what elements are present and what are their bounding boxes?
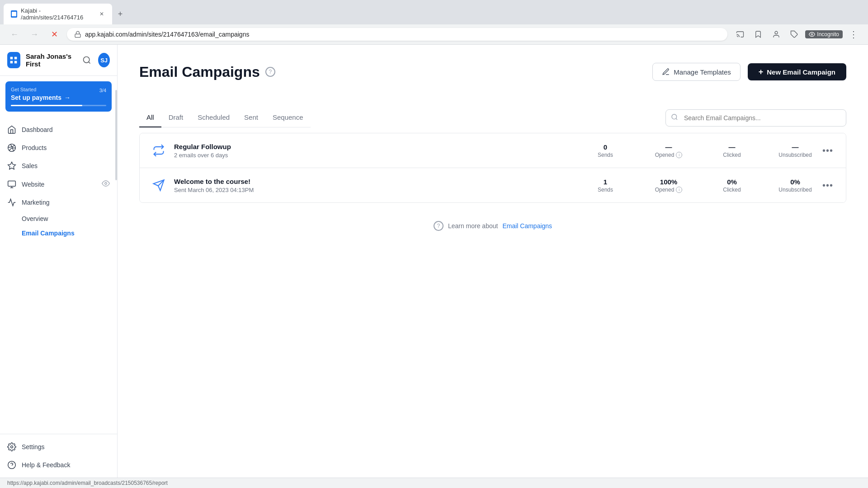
address-bar[interactable]: app.kajabi.com/admin/sites/2147647163/em…: [67, 28, 727, 41]
dashboard-label: Dashboard: [22, 126, 110, 133]
campaign-menu-button[interactable]: •••: [821, 143, 835, 158]
new-campaign-button[interactable]: + New Email Campaign: [748, 63, 846, 80]
footer-help-icon: ?: [434, 221, 443, 231]
stat-unsubscribed: 0% Unsubscribed: [777, 178, 813, 193]
search-input[interactable]: [665, 109, 846, 127]
sidebar-sub-email-campaigns[interactable]: Email Campaigns: [0, 226, 117, 240]
lock-icon: [74, 31, 81, 38]
clicked-value: 0%: [714, 178, 750, 186]
get-started-progress-fill: [11, 105, 82, 106]
header-actions: Manage Templates + New Email Campaign: [652, 63, 846, 81]
reload-button[interactable]: ✕: [47, 27, 61, 42]
campaign-info: Regular Followup 2 emails over 6 days: [174, 143, 587, 159]
stat-opened: — Opened i: [651, 143, 687, 158]
tab-title: Kajabi - /admin/sites/214764716: [21, 7, 95, 21]
email-campaigns-label: Email Campaigns: [22, 230, 75, 237]
menu-icon[interactable]: ⋮: [846, 27, 861, 42]
forward-button[interactable]: →: [27, 27, 42, 42]
search-icon: [671, 113, 678, 122]
cast-icon[interactable]: [733, 27, 747, 42]
marketing-icon: [7, 198, 16, 207]
clicked-label: Clicked: [714, 152, 750, 158]
search-button[interactable]: [81, 53, 93, 67]
campaign-stats: 1 Sends 100% Opened i 0% Click: [587, 178, 813, 193]
page-help-icon[interactable]: ?: [265, 67, 275, 77]
footer-link[interactable]: Email Campaigns: [502, 222, 552, 230]
extensions-icon[interactable]: [787, 27, 802, 42]
svg-line-17: [676, 118, 677, 120]
status-url: https://app.kajabi.com/admin/email_broad…: [7, 480, 168, 486]
sidebar-item-products[interactable]: Products: [0, 139, 117, 157]
sidebar-sub-overview[interactable]: Overview: [0, 211, 117, 226]
svg-point-2: [775, 31, 778, 34]
tab-sequence[interactable]: Sequence: [265, 108, 311, 127]
opened-info-icon[interactable]: i: [676, 152, 682, 158]
campaign-menu-button[interactable]: •••: [821, 178, 835, 192]
overview-label: Overview: [22, 215, 48, 222]
brand-name: Sarah Jonas's First: [26, 52, 76, 68]
svg-line-6: [89, 62, 90, 64]
footer-text: Learn more about: [448, 222, 498, 230]
svg-rect-9: [8, 181, 16, 186]
marketing-label: Marketing: [22, 199, 110, 206]
back-button[interactable]: ←: [7, 27, 22, 42]
opened-info-icon[interactable]: i: [676, 187, 682, 193]
page-title: Email Campaigns: [139, 64, 260, 80]
svg-point-4: [811, 33, 813, 35]
opened-value: —: [651, 143, 687, 151]
unsubscribed-value: 0%: [777, 178, 813, 186]
sidebar-item-dashboard[interactable]: Dashboard: [0, 121, 117, 139]
user-avatar[interactable]: SJ: [98, 53, 110, 67]
sidebar-item-help[interactable]: Help & Feedback: [0, 456, 117, 474]
campaign-item[interactable]: Regular Followup 2 emails over 6 days 0 …: [140, 133, 846, 168]
campaign-item[interactable]: Welcome to the course! Sent March 06, 20…: [140, 168, 846, 202]
sidebar-scrollbar[interactable]: [115, 45, 117, 478]
sends-label: Sends: [587, 187, 623, 193]
opened-label: Opened i: [651, 152, 687, 158]
sidebar-item-settings[interactable]: Settings: [0, 438, 117, 456]
url-text: app.kajabi.com/admin/sites/2147647163/em…: [85, 31, 720, 38]
search-bar: [665, 109, 846, 127]
campaign-stats: 0 Sends — Opened i — Clicked: [587, 143, 813, 158]
stat-sends: 1 Sends: [587, 178, 623, 193]
products-label: Products: [22, 144, 110, 151]
sidebar-item-website[interactable]: Website: [0, 175, 117, 193]
manage-templates-button[interactable]: Manage Templates: [652, 63, 740, 81]
campaign-name: Welcome to the course!: [174, 178, 587, 185]
page-header: Email Campaigns ? Manage Templates + New…: [139, 63, 846, 81]
sidebar-bottom: Settings Help & Feedback: [0, 434, 117, 478]
tab-close-btn[interactable]: ✕: [99, 10, 105, 18]
sends-label: Sends: [587, 152, 623, 158]
sidebar-item-marketing[interactable]: Marketing: [0, 193, 117, 211]
svg-marker-8: [8, 162, 16, 169]
get-started-label: Get Started: [11, 87, 36, 92]
tab-draft[interactable]: Draft: [161, 108, 191, 127]
get-started-banner[interactable]: Get Started 3/4 Set up payments →: [5, 81, 112, 112]
get-started-title: Set up payments →: [11, 94, 106, 101]
stat-clicked: 0% Clicked: [714, 178, 750, 193]
new-tab-button[interactable]: +: [114, 8, 127, 20]
help-icon: [7, 460, 16, 469]
campaign-list: Regular Followup 2 emails over 6 days 0 …: [139, 133, 846, 203]
tab-sent[interactable]: Sent: [237, 108, 265, 127]
opened-value: 100%: [651, 178, 687, 186]
tab-all[interactable]: All: [139, 108, 161, 127]
sales-icon: [7, 161, 16, 170]
scrollbar-thumb: [115, 90, 117, 180]
campaign-name: Regular Followup: [174, 143, 587, 150]
main-content: Email Campaigns ? Manage Templates + New…: [118, 45, 868, 478]
bookmark-icon[interactable]: [751, 27, 765, 42]
profile-icon[interactable]: [769, 27, 783, 42]
unsubscribed-label: Unsubscribed: [777, 152, 813, 158]
tab-scheduled[interactable]: Scheduled: [190, 108, 237, 127]
unsubscribed-label: Unsubscribed: [777, 187, 813, 193]
sidebar-header: Sarah Jonas's First SJ: [0, 45, 117, 76]
svg-rect-0: [75, 34, 80, 37]
opened-label: Opened i: [651, 187, 687, 193]
campaign-info: Welcome to the course! Sent March 06, 20…: [174, 178, 587, 193]
svg-point-16: [672, 114, 677, 119]
website-eye-icon: [102, 179, 110, 189]
sidebar-item-sales[interactable]: Sales: [0, 157, 117, 175]
settings-label: Settings: [22, 443, 110, 450]
active-tab[interactable]: Kajabi - /admin/sites/214764716 ✕: [4, 4, 112, 24]
